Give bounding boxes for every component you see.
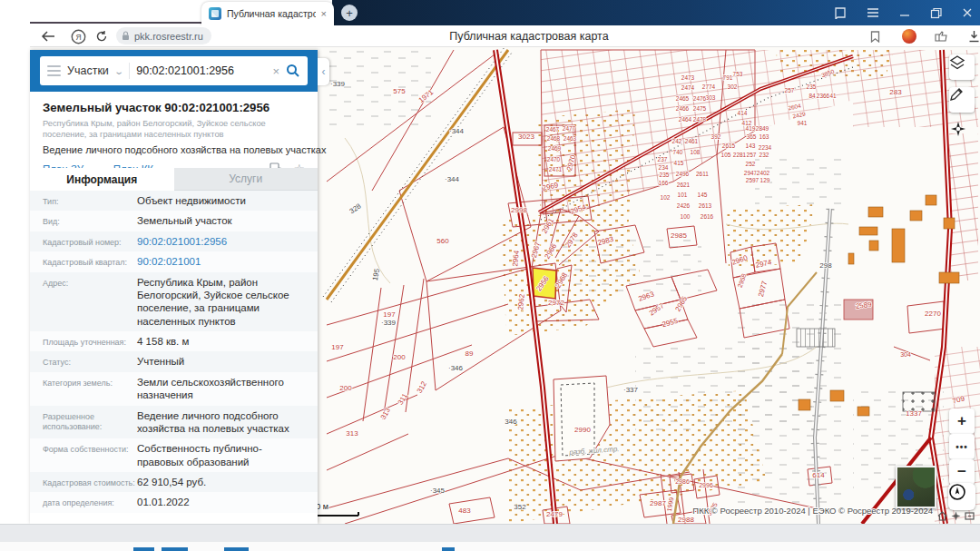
- map-parcel-label: 2613: [699, 202, 712, 209]
- search-icon[interactable]: [286, 64, 300, 78]
- search-bar: Участки ⌄ 90:02:021001:2956 ×: [30, 50, 318, 92]
- zoom-in-button[interactable]: +: [949, 408, 975, 434]
- browser-toolbar: Я pkk.rosreestr.ru Публичная кадастровая…: [30, 25, 980, 47]
- map-parcel-label: 2402: [757, 170, 770, 176]
- compass-button[interactable]: [949, 120, 975, 145]
- info-row: Форма собственности:Собственность публич…: [30, 438, 318, 472]
- svg-text:Я: Я: [75, 32, 81, 41]
- tab-close-icon[interactable]: ×: [321, 9, 327, 19]
- tab-services[interactable]: Услуги: [174, 168, 318, 191]
- map-parcel-label: 242: [672, 138, 682, 144]
- map-parcel-label: 2470: [547, 156, 561, 162]
- map-parcel-label: 2464: [679, 116, 692, 123]
- info-row: Кадастровый номер:90:02:021001:2956: [30, 231, 318, 251]
- minimize-icon[interactable]: [899, 7, 910, 18]
- more-glyph: •••: [956, 442, 968, 452]
- row-value-link[interactable]: 90:02:021001: [137, 255, 305, 268]
- map-parcel-label: 2962: [516, 293, 526, 310]
- info-row: Кадастровый квартал:90:02:021001: [30, 251, 318, 271]
- info-panel: Участки ⌄ 90:02:021001:2956 × Земельный …: [30, 50, 318, 524]
- info-row: Тип:Объект недвижимости: [30, 191, 318, 211]
- map-parcel-label: 2987: [650, 499, 666, 507]
- map-parcel-label: ·339: [330, 80, 346, 88]
- map-parcel-label: 235: [660, 172, 670, 178]
- layers-button[interactable]: [949, 54, 975, 80]
- map-parcel-label: 2366: [817, 93, 830, 99]
- tab-information[interactable]: Информация: [30, 168, 174, 191]
- row-label: Площадь уточненная:: [43, 335, 137, 348]
- map-parcel-label: 2986: [675, 478, 690, 485]
- fullscreen-icon[interactable]: [965, 511, 977, 524]
- window-edge: [30, 22, 202, 24]
- row-label: дата определения:: [43, 496, 137, 508]
- taskbar-icon[interactable]: [224, 547, 249, 551]
- taskbar-icon[interactable]: [162, 547, 188, 551]
- row-value: 01.01.2022: [137, 496, 305, 508]
- row-value: Собственность публично-правовых образова…: [137, 442, 305, 468]
- row-value-link[interactable]: 90:02:021001:2956: [137, 235, 305, 248]
- map-parcel-label: 129: [760, 177, 770, 183]
- clear-search-icon[interactable]: ×: [272, 64, 279, 78]
- home-icon[interactable]: [937, 511, 950, 524]
- greenhouse: [797, 329, 835, 347]
- panel-collapse-button[interactable]: ‹: [318, 58, 329, 85]
- info-row: Разрешенное использование:Ведение личног…: [30, 406, 318, 439]
- zoom-out-glyph: −: [957, 463, 966, 481]
- map-parcel-label: 614: [812, 471, 825, 479]
- taskbar-icon[interactable]: [442, 547, 455, 551]
- menu-icon[interactable]: [867, 7, 879, 18]
- map-parcel-label: ·344: [449, 127, 465, 135]
- orchard-grid: [903, 392, 935, 411]
- search-category[interactable]: Участки: [67, 64, 109, 77]
- map-parcel-label: 2270: [925, 310, 941, 318]
- row-label: Адрес:: [43, 276, 137, 289]
- chevron-down-icon[interactable]: ⌄: [113, 66, 124, 76]
- map-parcel-label: 105: [721, 152, 731, 158]
- map-parcel-label: 483: [458, 507, 471, 515]
- map-parcel-label: 2281: [733, 152, 747, 158]
- back-button[interactable]: [37, 25, 59, 47]
- bookmark-flag-icon[interactable]: [865, 25, 885, 47]
- download-icon[interactable]: [963, 25, 980, 47]
- map-parcel-label: 2990: [574, 426, 591, 434]
- parcel-title: Земельный участок 90:02:021001:2956: [43, 101, 305, 114]
- menu-hamburger-icon[interactable]: [47, 65, 61, 76]
- browser-tab[interactable]: Публичная кадастрова ×: [201, 2, 334, 25]
- map-parcel-label: 2479: [546, 510, 563, 518]
- row-value: 4 158 кв. м: [137, 335, 305, 348]
- map-parcel-label: 2466: [676, 105, 690, 112]
- address-bar[interactable]: pkk.rosreestr.ru: [116, 27, 211, 44]
- map-parcel-label: 84: [808, 93, 816, 99]
- side-panel-icon[interactable]: [834, 6, 847, 19]
- search-input[interactable]: 90:02:021001:2956: [136, 64, 266, 77]
- close-icon[interactable]: [962, 7, 973, 18]
- zoom-out-button[interactable]: −: [949, 459, 975, 485]
- refresh-icon[interactable]: [92, 25, 112, 47]
- map-parcel-label: 560: [436, 237, 449, 245]
- restore-icon[interactable]: [930, 7, 942, 19]
- map-parcel-label: 2597: [746, 177, 760, 183]
- map-parcel-label: 2465: [676, 95, 690, 102]
- map-parcel-label: 163: [760, 133, 769, 140]
- feedback-icon[interactable]: [930, 25, 952, 47]
- compass-small-icon[interactable]: [951, 511, 964, 524]
- map-parcel-label: 313: [346, 429, 358, 438]
- row-label: Вид:: [43, 214, 137, 227]
- search-box[interactable]: Участки ⌄ 90:02:021001:2956 ×: [40, 56, 308, 85]
- map-parcel-label: 200: [339, 384, 352, 392]
- yandex-browser-icon[interactable]: Я: [68, 25, 88, 47]
- map-parcel-label: 197: [331, 343, 344, 351]
- site-favicon-icon: [209, 7, 221, 20]
- map-parcel-label: 753: [733, 71, 743, 77]
- locate-button[interactable]: [948, 483, 975, 510]
- zoom-more-button[interactable]: •••: [949, 434, 975, 459]
- map-parcel-label: 298: [819, 261, 832, 270]
- map-parcel-label: 2611: [696, 171, 709, 177]
- profile-avatar[interactable]: [899, 25, 919, 47]
- new-tab-button[interactable]: +: [341, 5, 358, 21]
- info-row: Вид:Земельный участок: [30, 211, 318, 231]
- measure-pencil-button[interactable]: [949, 87, 975, 113]
- map-parcel-label: 2471: [549, 166, 563, 172]
- taskbar-icon[interactable]: [133, 547, 154, 551]
- basemap-preview[interactable]: [896, 466, 936, 508]
